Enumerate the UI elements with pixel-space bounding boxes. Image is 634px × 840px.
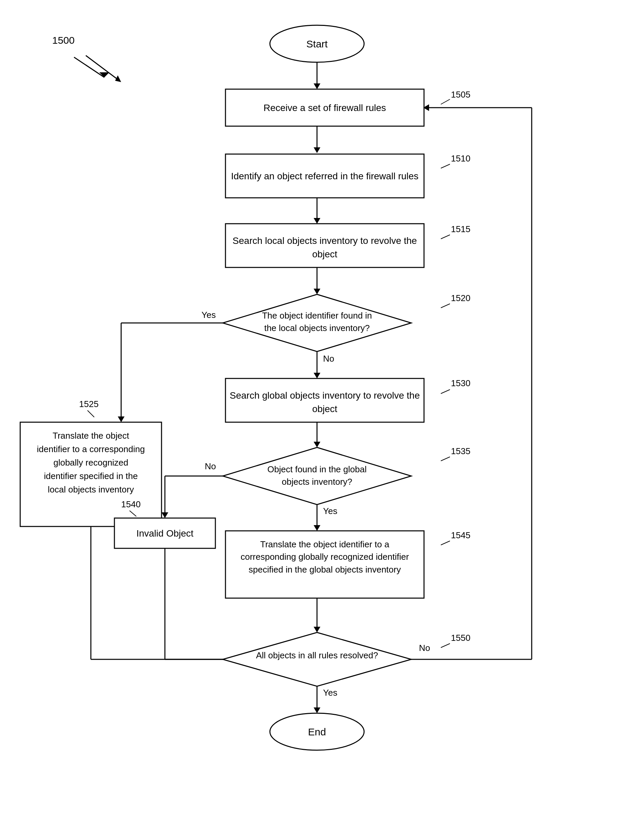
ref-1535: 1535 (451, 446, 470, 456)
step-1545-line1: Translate the object identifier to a (260, 539, 389, 549)
step-1545-line3: specified in the global objects inventor… (249, 564, 401, 575)
no-1535: No (205, 461, 216, 471)
flowchart-diagram: 1500 Start 1505 Receive a set of firewal… (0, 0, 634, 840)
step-1515-line1: Search local objects inventory to revolv… (232, 235, 417, 246)
step-1540-label: Invalid Object (136, 528, 193, 538)
step-1510-label: Identify an object referred in the firew… (231, 171, 418, 181)
decision-1520-line2: the local objects inventory? (264, 323, 370, 333)
decision-1535-line2: objects inventory? (281, 477, 353, 487)
step-1530-line2: object (312, 404, 338, 414)
ref-1525: 1525 (79, 399, 99, 409)
start-label: Start (306, 38, 328, 49)
step-1525-line4: identifier specified in the (44, 471, 138, 481)
ref-1550: 1550 (451, 633, 470, 643)
step-1525-line3: globally recognized (54, 458, 128, 467)
ref-1505: 1505 (451, 90, 470, 99)
ref-1510: 1510 (451, 153, 470, 164)
step-1515-line2: object (312, 249, 338, 259)
ref-1530: 1530 (451, 378, 470, 388)
step-1525-line5: local objects inventory (48, 485, 134, 494)
ref-1520: 1520 (451, 293, 470, 303)
yes-1550: Yes (323, 688, 337, 698)
decision-1550-line1: All objects in all rules resolved? (256, 650, 378, 660)
end-label: End (308, 726, 326, 737)
ref-1545: 1545 (451, 530, 470, 540)
ref-1540: 1540 (121, 499, 141, 509)
ref-1515: 1515 (451, 224, 470, 234)
no-1550: No (419, 643, 430, 653)
step-1545-line2: corresponding globally recognized identi… (240, 552, 409, 562)
step-1505-label: Receive a set of firewall rules (264, 103, 386, 113)
ref-1500: 1500 (52, 35, 75, 46)
decision-1535-line1: Object found in the global (267, 464, 367, 474)
decision-1520-line1: The object identifier found in (262, 311, 372, 321)
step-1525-line1: Translate the object (52, 431, 129, 441)
yes-1535: Yes (323, 506, 337, 516)
step-1530-line1: Search global objects inventory to revol… (230, 390, 420, 401)
step-1525-line2: identifier to a corresponding (37, 444, 145, 454)
yes-1520: Yes (202, 310, 216, 320)
no-1520: No (323, 354, 334, 364)
